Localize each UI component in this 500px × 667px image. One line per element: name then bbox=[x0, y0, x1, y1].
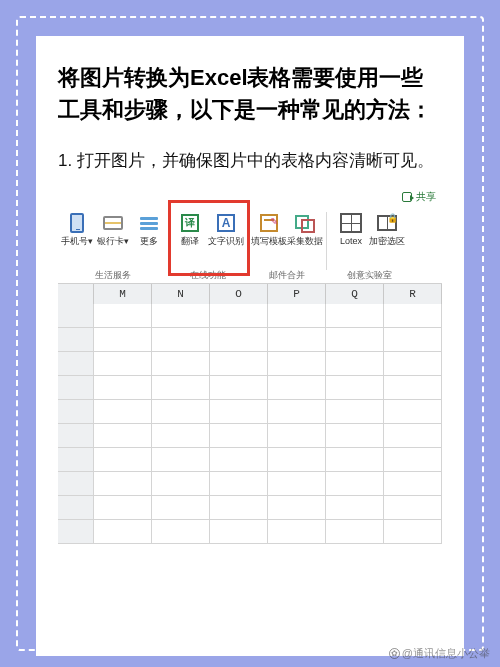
excel-titlebar-right: 共享 bbox=[58, 188, 442, 206]
watermark: ✿ @通讯信息小公举 bbox=[389, 646, 490, 661]
ribbon-group-mail-merge: 填写模板 采集数据 邮件合并 bbox=[248, 210, 326, 283]
ribbon-group-lab: Lotex 加密选区 创意实验室 bbox=[327, 210, 411, 283]
col-header[interactable]: Q bbox=[326, 284, 384, 304]
group-label-online: 在线功能 bbox=[169, 269, 247, 282]
table-row[interactable] bbox=[58, 376, 442, 400]
collect-label: 采集数据 bbox=[287, 236, 323, 246]
lotex-button[interactable]: Lotex bbox=[334, 210, 368, 246]
ribbon-group-life-services: 手机号▾ 银行卡▾ 更多 生活服务 bbox=[58, 210, 168, 283]
more-icon bbox=[140, 217, 158, 230]
table-row[interactable] bbox=[58, 328, 442, 352]
share-label: 共享 bbox=[416, 190, 436, 204]
lotex-label: Lotex bbox=[333, 236, 369, 246]
content-card: 将图片转换为Excel表格需要使用一些工具和步骤，以下是一种常见的方法： 1. … bbox=[36, 36, 464, 656]
table-row[interactable] bbox=[58, 304, 442, 328]
ocr-icon: A bbox=[217, 214, 235, 232]
paw-icon: ✿ bbox=[389, 648, 400, 659]
table-row[interactable] bbox=[58, 400, 442, 424]
watermark-text: @通讯信息小公举 bbox=[402, 646, 490, 661]
ribbon: 手机号▾ 银行卡▾ 更多 生活服务 bbox=[58, 206, 442, 284]
grid-icon bbox=[340, 213, 362, 233]
translate-label: 翻译 bbox=[172, 236, 208, 246]
lock-label: 加密选区 bbox=[369, 236, 405, 246]
corner-cell bbox=[58, 284, 94, 304]
group-label-mail: 邮件合并 bbox=[248, 269, 326, 282]
col-header[interactable]: R bbox=[384, 284, 442, 304]
card-icon bbox=[103, 216, 123, 230]
ocr-label: 文字识别 bbox=[208, 236, 244, 246]
collect-data-button[interactable]: 采集数据 bbox=[288, 210, 322, 246]
lock-grid-icon bbox=[377, 215, 397, 231]
ribbon-group-online: 译 翻译 A 文字识别 在线功能 bbox=[169, 210, 247, 283]
phone-label: 手机号▾ bbox=[59, 236, 95, 246]
collect-icon bbox=[295, 215, 315, 231]
column-header-row: M N O P Q R bbox=[58, 284, 442, 304]
encrypt-selection-button[interactable]: 加密选区 bbox=[370, 210, 404, 246]
table-row[interactable] bbox=[58, 496, 442, 520]
form-label: 填写模板 bbox=[251, 236, 287, 246]
share-icon bbox=[402, 192, 412, 202]
ocr-button[interactable]: A 文字识别 bbox=[209, 210, 243, 246]
excel-ribbon-screenshot: 共享 手机号▾ 银行卡▾ 更多 bbox=[58, 188, 442, 544]
table-row[interactable] bbox=[58, 448, 442, 472]
table-row[interactable] bbox=[58, 472, 442, 496]
group-label-life: 生活服务 bbox=[58, 269, 168, 282]
page-title: 将图片转换为Excel表格需要使用一些工具和步骤，以下是一种常见的方法： bbox=[58, 62, 442, 126]
table-row[interactable] bbox=[58, 520, 442, 544]
table-row[interactable] bbox=[58, 352, 442, 376]
more-button[interactable]: 更多 bbox=[132, 210, 166, 246]
translate-icon: 译 bbox=[181, 214, 199, 232]
phone-icon bbox=[70, 213, 84, 233]
table-row[interactable] bbox=[58, 424, 442, 448]
phone-number-button[interactable]: 手机号▾ bbox=[60, 210, 94, 246]
spreadsheet-grid[interactable] bbox=[58, 304, 442, 544]
col-header[interactable]: O bbox=[210, 284, 268, 304]
col-header[interactable]: N bbox=[152, 284, 210, 304]
col-header[interactable]: P bbox=[268, 284, 326, 304]
col-header[interactable]: M bbox=[94, 284, 152, 304]
more-label: 更多 bbox=[131, 236, 167, 246]
step-1-text: 1. 打开图片，并确保图片中的表格内容清晰可见。 bbox=[58, 148, 442, 174]
form-icon bbox=[260, 214, 278, 232]
group-label-lab: 创意实验室 bbox=[327, 269, 411, 282]
translate-button[interactable]: 译 翻译 bbox=[173, 210, 207, 246]
card-label: 银行卡▾ bbox=[95, 236, 131, 246]
bank-card-button[interactable]: 银行卡▾ bbox=[96, 210, 130, 246]
fill-template-button[interactable]: 填写模板 bbox=[252, 210, 286, 246]
